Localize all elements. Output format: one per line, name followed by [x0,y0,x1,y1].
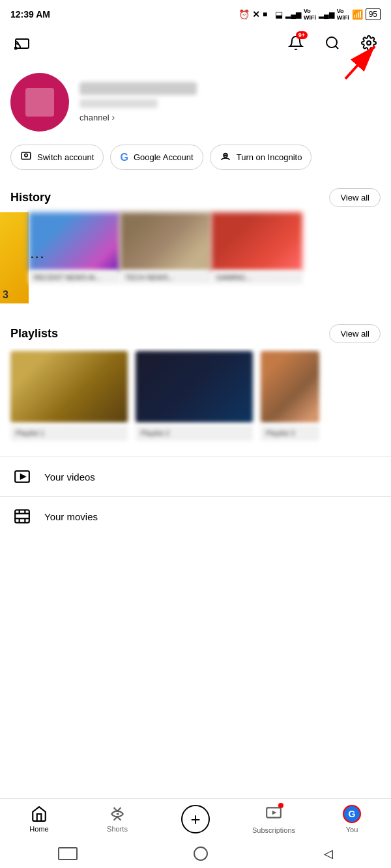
history-thumb-3 [211,212,302,271]
channel-text: channel [80,113,109,122]
profile-name [80,82,197,95]
profile-channel-link[interactable]: channel › [80,112,381,122]
notification-button[interactable]: 9+ [284,31,308,55]
history-label-3: GAMING... [211,271,302,284]
svg-point-4 [367,41,371,45]
nav-shorts-label: Shorts [107,825,128,833]
wifi-icon: 📶 [352,9,363,20]
svg-marker-20 [272,811,277,815]
switch-account-icon [20,150,32,164]
system-home-button[interactable] [194,847,208,861]
history-item-partial[interactable]: 3 [0,212,29,303]
history-item-menu-icon[interactable]: ⋮ [29,250,46,263]
status-time: 12:39 AM [10,9,50,20]
profile-info: channel › [80,82,381,122]
history-label-1: RECENT NEWS AI... [29,271,120,284]
signal-icon-2: ▂▄▆ [319,10,334,19]
cast-icon [14,35,30,51]
nav-home-label: Home [29,825,48,833]
vo-wifi-label: VoWiFi [304,8,316,21]
nav-you-label: You [346,826,358,833]
history-view-all-button[interactable]: View all [329,188,381,207]
notification-badge: 9+ [296,31,308,39]
subscriptions-badge [278,803,283,808]
svg-point-8 [25,154,28,157]
svg-marker-11 [21,475,25,479]
nav-you[interactable]: G You [313,805,391,833]
profile-section: channel › [0,60,391,139]
nav-home[interactable]: Home [0,805,78,833]
svg-rect-12 [15,510,29,523]
avatar[interactable] [10,73,69,132]
history-item-2[interactable]: TECH NEWS... [120,212,211,303]
search-button[interactable] [321,31,344,55]
alarm-icon: ⏰ [239,9,250,20]
history-item-number: 3 [3,289,26,301]
main-content: channel › Switch account G Google Accoun… [0,60,391,621]
system-back-button[interactable]: ◁ [324,847,333,861]
google-icon: G [120,152,128,163]
google-account-button[interactable]: G Google Account [110,145,203,170]
settings-button[interactable] [357,31,381,55]
history-thumbnails: ⋮ 3 RECENT NEWS AI... TECH NEWS... GAMIN… [0,212,391,303]
chevron-right-icon: › [112,112,115,122]
home-icon [31,805,48,822]
search-icon [325,35,340,51]
your-videos-item[interactable]: Your videos [0,456,391,496]
history-thumb-2 [120,212,211,271]
shorts-icon [109,805,126,822]
gear-icon [361,35,377,51]
your-videos-text: Your videos [44,471,95,483]
history-title: History [10,191,51,204]
playlist-thumb-3 [261,351,319,423]
playlists-thumbnails: Playlist 1 Playlist 2 Playlist 3 [0,348,391,446]
history-item-3[interactable]: GAMING... [211,212,302,303]
history-section-header: History View all [0,180,391,212]
playlist-label-3: Playlist 3 [261,425,319,441]
system-square-button[interactable] [58,847,78,860]
top-action-bar: 9+ [0,26,391,60]
svg-point-1 [15,48,17,49]
playlist-thumb-1 [10,351,128,423]
nav-shorts[interactable]: Shorts [78,805,156,833]
switch-account-button[interactable]: Switch account [10,145,104,170]
subscriptions-icon-wrapper [265,804,282,824]
playlists-section-header: Playlists View all [0,316,391,348]
turn-on-incognito-button[interactable]: Turn on Incognito [210,145,312,170]
playlist-label-1: Playlist 1 [10,425,128,441]
vo-wifi-label-2: VoWiFi [337,8,349,21]
playlists-view-all-button[interactable]: View all [329,324,381,343]
bluetooth-icon: ⬓ [275,10,283,20]
incognito-icon [220,150,231,164]
avatar-inner [25,88,54,117]
svg-line-3 [336,46,338,49]
playlist-item-1[interactable]: Playlist 1 [10,351,128,441]
status-bar: 12:39 AM ⏰ ✕ ■ ⬓ ▂▄▆ VoWiFi ▂▄▆ VoWiFi 📶… [0,0,391,26]
square-icon: ■ [263,10,267,19]
playlist-thumb-2 [136,351,253,423]
create-button[interactable]: + [181,805,210,833]
x-icon: ✕ [252,9,260,20]
movies-icon [13,507,31,525]
battery-icon: 95 [366,8,381,20]
cast-button[interactable] [10,31,34,55]
status-icons: ⏰ ✕ ■ ⬓ ▂▄▆ VoWiFi ▂▄▆ VoWiFi 📶 95 [239,8,381,21]
playlist-item-2[interactable]: Playlist 2 [136,351,253,441]
action-buttons-row: Switch account G Google Account Turn on … [0,139,391,180]
playlists-title: Playlists [10,327,58,341]
playlist-label-2: Playlist 2 [136,425,253,441]
video-icon [13,468,31,486]
plus-icon: + [190,811,200,828]
signal-icon: ▂▄▆ [285,10,301,19]
your-movies-text: Your movies [44,511,98,522]
nav-you-avatar: G [343,805,361,823]
nav-create[interactable]: + [156,805,235,833]
nav-subscriptions[interactable]: Subscriptions [235,804,313,834]
bottom-navigation: Home Shorts + Subscriptions G You [0,798,391,839]
history-label-2: TECH NEWS... [120,271,211,284]
system-navigation-bar: ◁ [0,839,391,868]
your-movies-item[interactable]: Your movies [0,496,391,536]
svg-point-2 [326,37,337,48]
playlist-item-3[interactable]: Playlist 3 [261,351,319,441]
nav-you-avatar-letter: G [349,809,356,819]
